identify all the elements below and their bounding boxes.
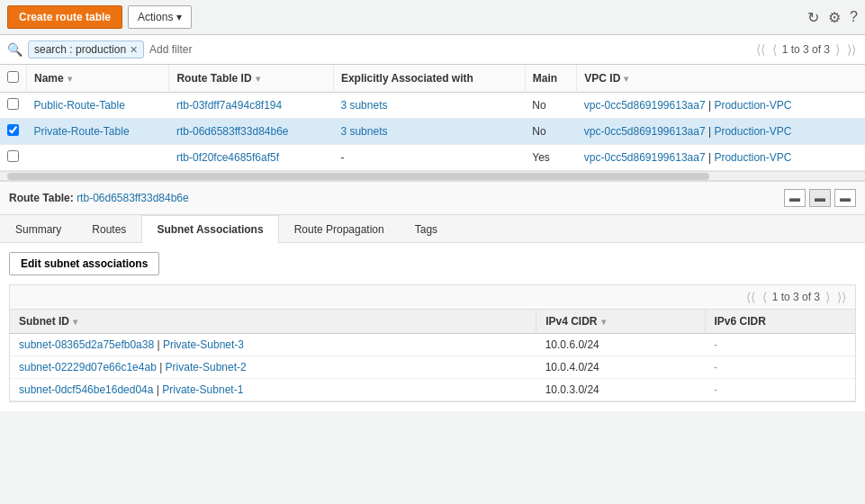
rtid-sort-icon[interactable]: ▾ <box>256 74 260 84</box>
row1-name-link[interactable]: Private-Route-Table <box>34 125 130 138</box>
row1-vpc-name-link[interactable]: Production-VPC <box>714 125 791 138</box>
bottom-panel: Route Table: rtb-06d6583ff33d84b6e ▬ ▬ ▬… <box>0 180 865 411</box>
sub-col-ipv6: IPv6 CIDR <box>705 310 855 334</box>
tab-routes[interactable]: Routes <box>77 215 141 243</box>
sub-row1-ipv6: - <box>705 356 855 379</box>
list-item: subnet-08365d2a75efb0a38 | Private-Subne… <box>10 334 855 356</box>
row2-vpc-name-link[interactable]: Production-VPC <box>714 151 791 164</box>
name-sort-icon[interactable]: ▾ <box>68 74 72 84</box>
table-row: Public-Route-Table rtb-03fdff7a494c8f194… <box>0 93 865 119</box>
sub-last-page-button[interactable]: ⟩⟩ <box>835 290 848 304</box>
sub-row2-subnet-id: subnet-0dcf546be16ded04a | Private-Subne… <box>10 379 536 401</box>
actions-chevron-icon: ▾ <box>176 11 182 23</box>
row2-vpc-id-link[interactable]: vpc-0cc5d869199613aa7 <box>584 151 706 164</box>
row1-rtid-link[interactable]: rtb-06d6583ff33d84b6e <box>176 125 289 138</box>
table-header-row: Name ▾ Route Table ID ▾ Explicitly Assoc… <box>0 65 865 93</box>
sub-table-pagination-bar: ⟨⟨ ⟨ 1 to 3 of 3 ⟩ ⟩⟩ <box>10 285 855 310</box>
row2-checkbox[interactable] <box>7 150 19 162</box>
view-icon-full[interactable]: ▬ <box>834 189 856 207</box>
select-all-checkbox[interactable] <box>7 71 19 83</box>
row0-checkbox-cell <box>0 93 27 119</box>
select-all-header <box>0 65 27 93</box>
sub-prev-page-button[interactable]: ⟨ <box>761 290 769 304</box>
actions-label: Actions <box>138 11 173 23</box>
col-name: Name ▾ <box>27 65 169 93</box>
sub-row0-subnet-id-link[interactable]: subnet-08365d2a75efb0a38 <box>19 338 154 351</box>
sub-row2-ipv4: 10.0.3.0/24 <box>536 379 705 401</box>
add-filter[interactable]: Add filter <box>149 43 192 56</box>
tab-summary[interactable]: Summary <box>0 215 77 243</box>
sub-next-page-button[interactable]: ⟩ <box>824 290 832 304</box>
sub-row0-subnet-name-link[interactable]: Private-Subnet-3 <box>163 338 244 351</box>
subnet-table: Subnet ID ▾ IPv4 CIDR ▾ <box>10 310 855 401</box>
route-table-list: Name ▾ Route Table ID ▾ Explicitly Assoc… <box>0 65 865 180</box>
row2-main: Yes <box>525 145 577 171</box>
route-table-id-link[interactable]: rtb-06d6583ff33d84b6e <box>77 192 189 204</box>
subnet-associations-table-container: ⟨⟨ ⟨ 1 to 3 of 3 ⟩ ⟩⟩ Subnet ID ▾ <box>9 284 856 402</box>
row1-checkbox-cell <box>0 119 27 145</box>
route-table-label: Route Table: <box>9 192 74 204</box>
view-icon-half[interactable]: ▬ <box>809 189 831 207</box>
row1-vpc-id-link[interactable]: vpc-0cc5d869199613aa7 <box>584 125 706 138</box>
prev-page-button[interactable]: ⟨ <box>770 42 779 57</box>
subnet-id-sort-icon[interactable]: ▾ <box>73 317 77 327</box>
first-page-button[interactable]: ⟨⟨ <box>754 42 767 57</box>
vpc-sort-icon[interactable]: ▾ <box>624 74 628 84</box>
row0-associated: 3 subnets <box>333 93 525 119</box>
tab-tags[interactable]: Tags <box>400 215 453 243</box>
row0-vpc-id-link[interactable]: vpc-0cc5d869199613aa7 <box>584 99 706 112</box>
sub-table-header-row: Subnet ID ▾ IPv4 CIDR ▾ <box>10 310 855 334</box>
settings-button[interactable]: ⚙ <box>828 9 841 26</box>
view-icons: ▬ ▬ ▬ <box>784 189 856 207</box>
row0-rtid: rtb-03fdff7a494c8f194 <box>169 93 333 119</box>
sub-col-subnet-id: Subnet ID ▾ <box>10 310 536 334</box>
row0-vpc: vpc-0cc5d869199613aa7 | Production-VPC <box>577 93 865 119</box>
row2-rtid: rtb-0f20fce4685f6af5f <box>169 145 333 171</box>
sub-row0-ipv6: - <box>705 334 855 356</box>
search-tag-close[interactable]: ✕ <box>130 44 138 56</box>
sub-first-page-button[interactable]: ⟨⟨ <box>744 290 757 304</box>
last-page-button[interactable]: ⟩⟩ <box>845 42 858 57</box>
help-button[interactable]: ? <box>850 9 858 25</box>
tab-subnet-associations[interactable]: Subnet Associations <box>141 215 278 243</box>
row0-name-link[interactable]: Public-Route-Table <box>34 99 125 112</box>
col-route-table-id: Route Table ID ▾ <box>169 65 333 93</box>
sub-row0-subnet-id: subnet-08365d2a75efb0a38 | Private-Subne… <box>10 334 536 356</box>
row0-associated-link[interactable]: 3 subnets <box>340 99 387 112</box>
row2-vpc: vpc-0cc5d869199613aa7 | Production-VPC <box>577 145 865 171</box>
sub-row1-subnet-id-link[interactable]: subnet-02229d07e66c1e4ab <box>19 361 157 374</box>
row0-vpc-name-link[interactable]: Production-VPC <box>714 99 791 112</box>
sub-row1-subnet-id: subnet-02229d07e66c1e4ab | Private-Subne… <box>10 356 536 379</box>
sub-row0-ipv4: 10.0.6.0/24 <box>536 334 705 356</box>
actions-button[interactable]: Actions ▾ <box>128 5 192 29</box>
search-input[interactable] <box>197 43 748 56</box>
col-main: Main <box>525 65 577 93</box>
tab-route-propagation[interactable]: Route Propagation <box>279 215 400 243</box>
next-page-button[interactable]: ⟩ <box>833 42 842 57</box>
refresh-button[interactable]: ↻ <box>807 9 819 26</box>
row2-associated: - <box>333 145 525 171</box>
pagination-text: 1 to 3 of 3 <box>782 43 830 56</box>
scrollbar-thumb <box>7 173 709 180</box>
ipv4-sort-icon[interactable]: ▾ <box>601 317 606 327</box>
sub-row2-subnet-id-link[interactable]: subnet-0dcf546be16ded04a <box>19 383 153 396</box>
toolbar: Create route table Actions ▾ ↻ ⚙ ? <box>0 0 865 35</box>
row0-checkbox[interactable] <box>7 98 19 110</box>
search-tag: search : production ✕ <box>28 40 144 58</box>
edit-subnet-associations-button[interactable]: Edit subnet associations <box>9 252 159 275</box>
sub-row2-subnet-name-link[interactable]: Private-Subnet-1 <box>162 383 243 396</box>
row1-main: No <box>525 119 577 145</box>
row0-main: No <box>525 93 577 119</box>
row1-rtid: rtb-06d6583ff33d84b6e <box>169 119 333 145</box>
row0-name: Public-Route-Table <box>27 93 169 119</box>
sub-col-ipv4: IPv4 CIDR ▾ <box>536 310 705 334</box>
sub-row1-subnet-name-link[interactable]: Private-Subnet-2 <box>166 361 247 374</box>
view-icon-split[interactable]: ▬ <box>784 189 806 207</box>
row1-checkbox[interactable] <box>7 124 19 136</box>
row1-associated-link[interactable]: 3 subnets <box>340 125 387 138</box>
create-route-table-button[interactable]: Create route table <box>7 5 122 29</box>
horizontal-scrollbar[interactable] <box>0 171 865 180</box>
row2-rtid-link[interactable]: rtb-0f20fce4685f6af5f <box>176 151 279 164</box>
row0-rtid-link[interactable]: rtb-03fdff7a494c8f194 <box>176 99 282 112</box>
row1-name: Private-Route-Table <box>27 119 169 145</box>
